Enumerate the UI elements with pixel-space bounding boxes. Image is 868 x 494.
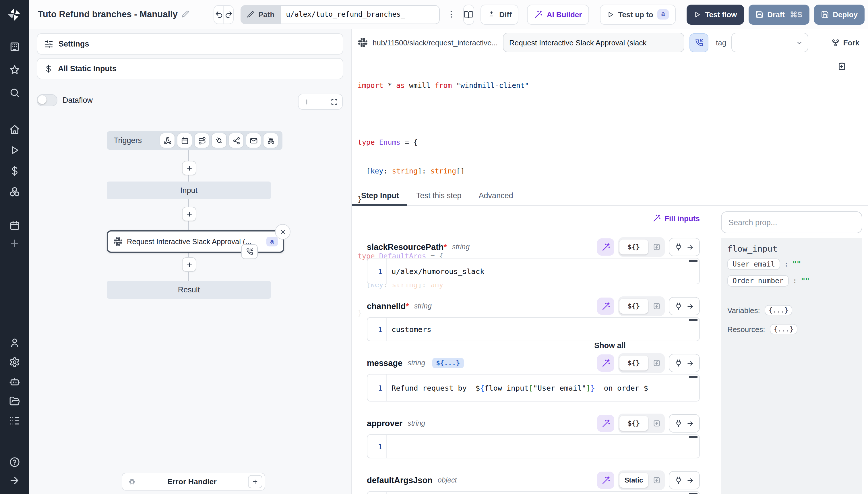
function-icon[interactable]: [649, 473, 664, 488]
plug-icon: [674, 419, 683, 428]
hub-script-path: hub/11500/slack/request_interactive...: [373, 38, 498, 47]
help-icon[interactable]: [6, 453, 23, 471]
bot-icon[interactable]: [6, 373, 23, 390]
ai-fill-wand-button[interactable]: [597, 415, 614, 432]
schedules-calendar-icon[interactable]: [6, 216, 23, 234]
field-editor[interactable]: 1 Refund request by _${flow_input["User …: [367, 374, 700, 401]
zoom-in-button[interactable]: [300, 96, 313, 108]
kafka-icon[interactable]: [229, 133, 243, 148]
field-editor[interactable]: 1 u/alex/humorous_slack: [367, 258, 700, 284]
divider: [29, 87, 351, 87]
arrow-right-icon: [687, 359, 694, 367]
field-defaultArgsJson: defaultArgsJson object Static: [367, 473, 700, 494]
mode-expr-segment[interactable]: ${}: [619, 416, 648, 431]
folder-open-icon[interactable]: [6, 392, 23, 410]
field-editor[interactable]: 1: [367, 434, 700, 458]
mode-static-segment[interactable]: Static: [619, 473, 648, 488]
field-approver: approver string ${}: [367, 416, 700, 458]
add-step-button[interactable]: [182, 207, 196, 221]
fork-button[interactable]: Fork: [831, 38, 863, 47]
star-icon[interactable]: [6, 61, 23, 78]
expand-sidebar-arrow-icon[interactable]: [6, 472, 23, 489]
path-input[interactable]: u/alex/tuto_refund_branches_: [281, 5, 440, 24]
deploy-button[interactable]: Deploy: [814, 4, 865, 24]
schedule-calendar-icon[interactable]: [177, 133, 192, 148]
email-icon[interactable]: [246, 133, 261, 148]
home-icon[interactable]: [6, 121, 23, 138]
more-options-kebab-icon[interactable]: [447, 6, 456, 23]
tab-test-this-step[interactable]: Test this step: [415, 186, 463, 205]
all-static-inputs-card[interactable]: All Static Inputs: [37, 58, 343, 79]
flow-graph-panel: Settings All Static Inputs Dataflow: [29, 29, 352, 494]
ai-builder-button[interactable]: AI Builder: [527, 4, 589, 24]
docs-book-button[interactable]: [463, 4, 474, 24]
step-name-input[interactable]: Request Interactive Slack Approval (slac…: [503, 33, 684, 52]
dataflow-toggle[interactable]: [37, 94, 57, 106]
arrow-right-icon: [687, 476, 694, 484]
windmill-flow-editor: Tuto Refund branches - Manually Path u/a…: [0, 0, 868, 494]
field-name: message: [367, 358, 402, 368]
input-node[interactable]: Input: [107, 182, 271, 199]
add-error-handler-button[interactable]: [248, 475, 262, 488]
variables-dollar-icon[interactable]: [6, 162, 23, 179]
settings-card[interactable]: Settings: [37, 33, 343, 55]
copy-code-clipboard-icon[interactable]: [837, 62, 846, 71]
test-flow-button[interactable]: Test flow: [687, 4, 744, 24]
redo-button[interactable]: [223, 5, 233, 23]
field-name: defaultArgsJson: [367, 476, 433, 485]
runs-play-icon[interactable]: [6, 141, 23, 158]
user-icon[interactable]: [6, 334, 23, 351]
websocket-plug-icon[interactable]: [212, 133, 226, 148]
edit-title-pencil-icon[interactable]: [182, 10, 190, 18]
error-handler-node[interactable]: Error Handler: [122, 473, 265, 491]
mode-expr-segment[interactable]: ${}: [619, 356, 648, 370]
template-expression-badge: ${...}: [432, 358, 464, 368]
webhook-icon[interactable]: [160, 133, 175, 148]
show-all-button[interactable]: Show all: [594, 341, 626, 349]
suspend-approval-phone-button[interactable]: [689, 33, 708, 52]
test-up-to-button[interactable]: Test up to a: [599, 4, 676, 24]
plug-icon: [674, 476, 683, 484]
logs-list-icon[interactable]: [6, 412, 23, 429]
field-editor[interactable]: 1 customers: [367, 317, 700, 341]
draft-button[interactable]: Draft ⌘S: [748, 4, 809, 24]
resources-boxes-icon[interactable]: [6, 183, 23, 200]
triggers-node[interactable]: Triggers: [107, 131, 282, 150]
result-node[interactable]: Result: [107, 281, 271, 299]
diff-button[interactable]: Diff: [480, 4, 518, 24]
gear-icon[interactable]: [6, 353, 23, 370]
windmill-logo-icon[interactable]: [0, 0, 29, 29]
create-plus-icon[interactable]: [6, 234, 23, 252]
poll-binoculars-icon[interactable]: [263, 133, 278, 148]
zoom-out-button[interactable]: [314, 96, 327, 108]
search-icon[interactable]: [6, 84, 23, 101]
connect-input-button[interactable]: [669, 414, 700, 433]
tab-step-input[interactable]: Step Input: [360, 186, 400, 205]
add-step-button[interactable]: [182, 257, 196, 272]
delete-node-button[interactable]: [275, 224, 291, 240]
field-name: approver: [367, 419, 402, 428]
add-step-button[interactable]: [182, 161, 196, 175]
dataflow-label: Dataflow: [63, 96, 93, 104]
field-editor[interactable]: 1: [367, 491, 700, 494]
fit-view-button[interactable]: [328, 96, 340, 108]
ai-fill-wand-button[interactable]: [597, 355, 614, 372]
building-icon[interactable]: [6, 38, 23, 55]
ai-fill-wand-button[interactable]: [597, 472, 614, 489]
connect-input-button[interactable]: [669, 354, 700, 372]
function-icon[interactable]: [649, 416, 664, 431]
slack-approval-node[interactable]: Request Interactive Slack Approval (... …: [107, 230, 284, 253]
slack-icon: [114, 237, 122, 246]
tag-select[interactable]: [731, 33, 808, 52]
http-route-icon[interactable]: [195, 133, 209, 148]
function-icon[interactable]: [649, 356, 664, 370]
code-preview-section: import * as wmill from "windmill-client"…: [352, 56, 868, 186]
input-mode-toggle: Static: [618, 471, 665, 490]
top-bar: Tuto Refund branches - Manually Path u/a…: [29, 0, 868, 29]
connect-input-button[interactable]: [669, 471, 700, 489]
editor-scroll-indicator: [689, 376, 697, 378]
undo-button[interactable]: [214, 5, 223, 23]
tab-advanced[interactable]: Advanced: [478, 186, 514, 205]
plug-icon: [674, 359, 683, 367]
step-badge: a: [657, 9, 669, 20]
